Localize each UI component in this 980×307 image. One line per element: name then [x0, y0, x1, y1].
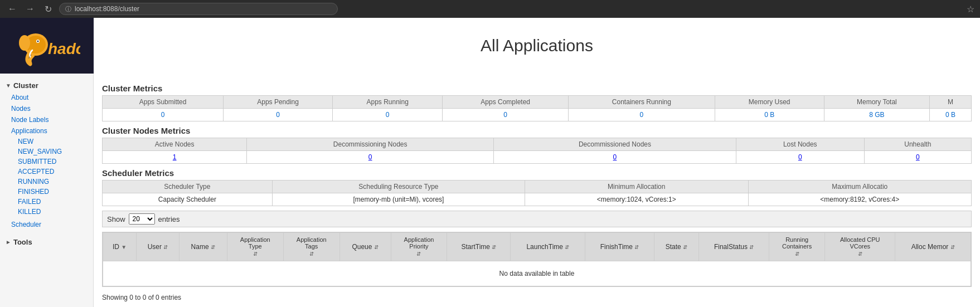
- col-min-allocation: Minimum Allocation: [525, 181, 748, 193]
- th-finalstatus[interactable]: FinalStatus ⇵: [699, 233, 769, 261]
- sidebar-nodes-link[interactable]: Nodes: [0, 103, 93, 114]
- sidebar-cluster-section: ▼ Cluster About Nodes Node Labels Applic…: [0, 79, 93, 230]
- col-apps-pending: Apps Pending: [224, 96, 333, 109]
- lock-icon: ⓘ: [65, 5, 71, 13]
- show-entries-bar: Show 10 20 25 50 100 entries: [102, 211, 972, 227]
- sidebar-applications-section: Applications NEW NEW_SAVING SUBMITTED AC…: [0, 125, 93, 217]
- scheduler-metrics-header: Scheduler Metrics: [102, 168, 972, 178]
- sidebar-running-link[interactable]: RUNNING: [0, 177, 93, 187]
- val-apps-running: 0: [333, 109, 443, 121]
- col-max-allocation: Maximum Allocatio: [748, 181, 972, 193]
- title-section: All Applications: [94, 18, 980, 74]
- url-text: localhost:8088/cluster: [75, 5, 139, 13]
- type-sort-icon: ⇵: [253, 251, 258, 257]
- state-sort-icon: ⇵: [683, 244, 687, 250]
- svg-text:hadoop: hadoop: [48, 40, 80, 57]
- id-sort-icon: ▼: [121, 244, 127, 250]
- th-user[interactable]: User ⇵: [137, 233, 179, 261]
- finalstatus-sort-icon: ⇵: [749, 244, 754, 250]
- sidebar-submitted-link[interactable]: SUBMITTED: [0, 157, 93, 167]
- no-data-row: No data available in table: [103, 261, 971, 286]
- logo-section: hadoop: [0, 18, 94, 74]
- val-apps-pending: 0: [224, 109, 333, 121]
- col-scheduling-resource-type: Scheduling Resource Type: [272, 181, 525, 193]
- col-scheduler-type: Scheduler Type: [103, 181, 273, 193]
- url-bar[interactable]: ⓘ localhost:8088/cluster: [59, 3, 338, 15]
- queue-sort-icon: ⇵: [374, 244, 379, 250]
- val-active-nodes: 1: [103, 151, 247, 164]
- th-running-containers[interactable]: RunningContainers ⇵: [769, 233, 825, 261]
- th-starttime[interactable]: StartTime ⇵: [447, 233, 511, 261]
- forward-button[interactable]: →: [23, 2, 37, 16]
- val-decommissioned-nodes: 0: [494, 151, 736, 164]
- bookmark-star-icon[interactable]: ☆: [967, 4, 974, 14]
- sidebar-scheduler-link[interactable]: Scheduler: [0, 219, 93, 230]
- col-apps-completed: Apps Completed: [443, 96, 569, 109]
- entries-label: entries: [158, 215, 180, 223]
- th-queue[interactable]: Queue ⇵: [339, 233, 391, 261]
- th-launchtime[interactable]: LaunchTime ⇵: [511, 233, 585, 261]
- val-max-allocation: <memory:8192, vCores:4>: [748, 193, 972, 206]
- svg-point-2: [19, 35, 30, 51]
- col-decommissioned-nodes: Decommissioned Nodes: [494, 138, 736, 151]
- tags-sort-icon: ⇵: [309, 251, 314, 257]
- val-memory-used: 0 B: [715, 109, 824, 121]
- th-finishtime[interactable]: FinishTime ⇵: [585, 233, 654, 261]
- cluster-collapse-arrow: ▼: [6, 82, 11, 89]
- col-lost-nodes: Lost Nodes: [736, 138, 864, 151]
- back-button[interactable]: ←: [6, 2, 19, 16]
- sidebar-about-link[interactable]: About: [0, 92, 93, 103]
- sidebar-applications-link[interactable]: Applications: [0, 125, 93, 137]
- col-active-nodes: Active Nodes: [103, 138, 247, 151]
- priority-sort-icon: ⇵: [416, 251, 421, 257]
- col-m: M: [930, 96, 972, 109]
- sidebar-failed-link[interactable]: FAILED: [0, 197, 93, 207]
- val-scheduling-resource-type: [memory-mb (unit=Mi), vcores]: [272, 193, 525, 206]
- starttime-sort-icon: ⇵: [492, 244, 496, 250]
- sidebar-node-labels-link[interactable]: Node Labels: [0, 114, 93, 125]
- scheduler-metrics-table: Scheduler Type Scheduling Resource Type …: [102, 180, 972, 206]
- hadoop-logo: hadoop: [13, 23, 80, 68]
- cluster-nodes-table: Active Nodes Decommissioning Nodes Decom…: [102, 138, 972, 164]
- cpu-sort-icon: ⇵: [858, 251, 862, 257]
- cluster-metrics-header: Cluster Metrics: [102, 84, 972, 93]
- sidebar-finished-link[interactable]: FINISHED: [0, 187, 93, 197]
- sidebar-new-link[interactable]: NEW: [0, 137, 93, 147]
- sidebar: ▼ Cluster About Nodes Node Labels Applic…: [0, 74, 94, 307]
- main-layout: ▼ Cluster About Nodes Node Labels Applic…: [0, 74, 980, 307]
- sidebar-killed-link[interactable]: KILLED: [0, 207, 93, 217]
- cluster-nodes-header: Cluster Nodes Metrics: [102, 126, 972, 135]
- val-unhealthy-nodes: 0: [864, 151, 971, 164]
- main-content: Cluster Metrics Apps Submitted Apps Pend…: [94, 74, 980, 307]
- val-containers-running: 0: [569, 109, 715, 121]
- user-sort-icon: ⇵: [163, 244, 168, 250]
- sidebar-tools-header[interactable]: ► Tools: [0, 236, 93, 248]
- th-application-type[interactable]: ApplicationType ⇵: [227, 233, 283, 261]
- val-decommissioning-nodes: 0: [247, 151, 494, 164]
- th-application-priority[interactable]: ApplicationPriority ⇵: [391, 233, 447, 261]
- val-scheduler-type: Capacity Scheduler: [103, 193, 273, 206]
- th-id[interactable]: ID ▼: [103, 233, 137, 261]
- th-application-tags[interactable]: ApplicationTags ⇵: [283, 233, 339, 261]
- refresh-button[interactable]: ↻: [41, 2, 55, 16]
- th-state[interactable]: State ⇵: [654, 233, 698, 261]
- val-apps-submitted: 0: [103, 109, 224, 121]
- col-memory-total: Memory Total: [824, 96, 930, 109]
- val-apps-completed: 0: [443, 109, 569, 121]
- val-m: 0 B: [930, 109, 972, 121]
- browser-chrome: ← → ↻ ⓘ localhost:8088/cluster ☆: [0, 0, 980, 18]
- col-containers-running: Containers Running: [569, 96, 715, 109]
- th-allocated-cpu[interactable]: Allocated CPUVCores ⇵: [825, 233, 895, 261]
- sidebar-accepted-link[interactable]: ACCEPTED: [0, 167, 93, 177]
- th-alloc-memory[interactable]: Alloc Memor ⇵: [895, 233, 971, 261]
- th-name[interactable]: Name ⇵: [179, 233, 227, 261]
- sidebar-tools-label: Tools: [13, 238, 32, 246]
- sidebar-cluster-header[interactable]: ▼ Cluster: [0, 79, 93, 92]
- col-unhealthy-nodes: Unhealth: [864, 138, 971, 151]
- memory-sort-icon: ⇵: [950, 244, 955, 250]
- sidebar-new-saving-link[interactable]: NEW_SAVING: [0, 147, 93, 157]
- entries-select[interactable]: 10 20 25 50 100: [129, 213, 155, 225]
- applications-table-wrapper: ID ▼ User ⇵ Name ⇵ ApplicationType ⇵ App…: [102, 232, 972, 287]
- name-sort-icon: ⇵: [211, 244, 215, 250]
- col-memory-used: Memory Used: [715, 96, 824, 109]
